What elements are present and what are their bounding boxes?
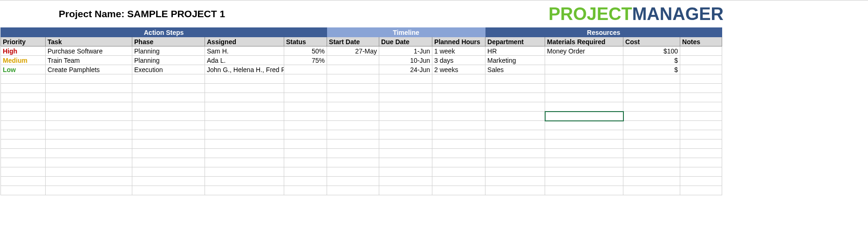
col-priority[interactable]: Priority: [1, 37, 46, 46]
empty-cell[interactable]: [545, 149, 623, 158]
col-assigned[interactable]: Assigned: [205, 37, 284, 46]
empty-cell[interactable]: [432, 112, 485, 121]
empty-cell[interactable]: [485, 149, 545, 158]
empty-cell[interactable]: [545, 186, 623, 195]
empty-cell[interactable]: [623, 84, 680, 93]
empty-cell[interactable]: [284, 102, 327, 112]
empty-cell[interactable]: [623, 167, 680, 177]
empty-cell[interactable]: [623, 112, 680, 121]
cell-materials[interactable]: [545, 56, 623, 65]
empty-cell[interactable]: [485, 139, 545, 149]
empty-cell[interactable]: [327, 167, 379, 177]
empty-cell[interactable]: [623, 74, 680, 84]
empty-cell[interactable]: [623, 158, 680, 167]
empty-cell[interactable]: [46, 84, 132, 93]
group-timeline[interactable]: Timeline: [327, 28, 485, 37]
empty-cell[interactable]: [284, 177, 327, 186]
empty-cell[interactable]: [623, 93, 680, 102]
empty-cell[interactable]: [46, 74, 132, 84]
col-due[interactable]: Due Date: [379, 37, 432, 46]
empty-cell[interactable]: [46, 93, 132, 102]
empty-cell[interactable]: [46, 121, 132, 130]
empty-cell[interactable]: [284, 158, 327, 167]
empty-cell[interactable]: [284, 139, 327, 149]
cell-cost[interactable]: $: [623, 56, 680, 65]
empty-cell[interactable]: [205, 121, 284, 130]
cell-phase[interactable]: Planning: [132, 56, 205, 65]
cell-assigned[interactable]: Sam H.: [205, 46, 284, 56]
empty-cell[interactable]: [485, 158, 545, 167]
empty-cell[interactable]: [623, 149, 680, 158]
empty-cell[interactable]: [485, 186, 545, 195]
empty-cell[interactable]: [284, 74, 327, 84]
empty-cell[interactable]: [485, 74, 545, 84]
empty-cell[interactable]: [485, 93, 545, 102]
cell-planned[interactable]: 3 days: [432, 56, 485, 65]
empty-cell[interactable]: [379, 149, 432, 158]
empty-cell[interactable]: [485, 130, 545, 139]
col-status[interactable]: Status: [284, 37, 327, 46]
empty-cell[interactable]: [379, 84, 432, 93]
empty-cell[interactable]: [680, 167, 722, 177]
empty-cell[interactable]: [432, 74, 485, 84]
empty-cell[interactable]: [132, 74, 205, 84]
empty-cell[interactable]: [680, 93, 722, 102]
cell-due[interactable]: 1-Jun: [379, 46, 432, 56]
cell-notes[interactable]: [680, 46, 722, 56]
empty-cell[interactable]: [545, 93, 623, 102]
empty-cell[interactable]: [432, 130, 485, 139]
col-planned[interactable]: Planned Hours: [432, 37, 485, 46]
empty-cell[interactable]: [327, 186, 379, 195]
empty-cell[interactable]: [1, 102, 46, 112]
empty-cell[interactable]: [327, 149, 379, 158]
empty-cell[interactable]: [379, 102, 432, 112]
empty-cell[interactable]: [379, 121, 432, 130]
empty-cell[interactable]: [379, 186, 432, 195]
empty-cell[interactable]: [46, 177, 132, 186]
empty-cell[interactable]: [132, 139, 205, 149]
empty-cell[interactable]: [46, 102, 132, 112]
empty-cell[interactable]: [1, 167, 46, 177]
empty-cell[interactable]: [545, 130, 623, 139]
empty-cell[interactable]: [545, 158, 623, 167]
empty-cell[interactable]: [1, 139, 46, 149]
empty-cell[interactable]: [545, 102, 623, 112]
group-resources[interactable]: Resources: [485, 28, 722, 37]
cell-due[interactable]: 24-Jun: [379, 65, 432, 74]
empty-cell[interactable]: [327, 177, 379, 186]
empty-cell[interactable]: [284, 121, 327, 130]
empty-cell[interactable]: [205, 167, 284, 177]
empty-cell[interactable]: [432, 121, 485, 130]
cell-start[interactable]: [327, 56, 379, 65]
empty-cell[interactable]: [623, 130, 680, 139]
empty-cell[interactable]: [132, 93, 205, 102]
empty-cell[interactable]: [680, 130, 722, 139]
empty-cell[interactable]: [432, 102, 485, 112]
empty-cell[interactable]: [485, 112, 545, 121]
cell-dept[interactable]: HR: [485, 46, 545, 56]
empty-cell[interactable]: [545, 121, 623, 130]
col-cost[interactable]: Cost: [623, 37, 680, 46]
empty-cell[interactable]: [132, 102, 205, 112]
empty-cell[interactable]: [379, 112, 432, 121]
cell-assigned[interactable]: Ada L.: [205, 56, 284, 65]
empty-cell[interactable]: [284, 84, 327, 93]
cell-task[interactable]: Create Pamphlets: [46, 65, 132, 74]
cell-task[interactable]: Train Team: [46, 56, 132, 65]
empty-cell[interactable]: [379, 74, 432, 84]
empty-cell[interactable]: [623, 102, 680, 112]
empty-cell[interactable]: [432, 93, 485, 102]
empty-cell[interactable]: [680, 158, 722, 167]
empty-cell[interactable]: [327, 121, 379, 130]
empty-cell[interactable]: [284, 93, 327, 102]
empty-cell[interactable]: [46, 186, 132, 195]
col-task[interactable]: Task: [46, 37, 132, 46]
empty-cell[interactable]: [205, 158, 284, 167]
empty-cell[interactable]: [205, 93, 284, 102]
empty-cell[interactable]: [545, 74, 623, 84]
col-notes[interactable]: Notes: [680, 37, 722, 46]
empty-cell[interactable]: [623, 121, 680, 130]
empty-cell[interactable]: [432, 139, 485, 149]
empty-cell[interactable]: [379, 177, 432, 186]
group-action-steps[interactable]: Action Steps: [1, 28, 327, 37]
